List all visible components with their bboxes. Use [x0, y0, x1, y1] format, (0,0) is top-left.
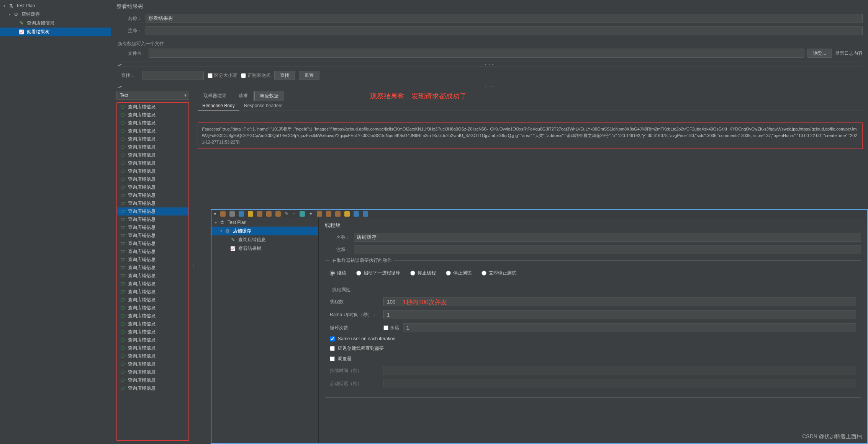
result-item[interactable]: 查询店铺信息	[117, 143, 188, 151]
tab-sampler-result[interactable]: 取样器结果	[198, 91, 232, 101]
radio-next-loop[interactable]: 启动下一进程循环	[356, 270, 400, 276]
result-item[interactable]: 查询店铺信息	[117, 183, 188, 191]
delay-create-checkbox[interactable]	[330, 346, 335, 351]
toolbar-icon[interactable]	[248, 211, 253, 217]
inner-tree-query-shop[interactable]: 查询店铺信息	[211, 235, 318, 244]
tab-response-data[interactable]: 响应数据	[254, 91, 284, 101]
result-item[interactable]: 查询店铺信息	[117, 119, 188, 127]
tree-toggle-icon[interactable]: ▾	[2, 4, 6, 8]
radio-stop-test[interactable]: 停止测试	[446, 270, 472, 276]
same-user-checkbox[interactable]	[330, 336, 335, 341]
inner-tree-shop-cache[interactable]: ▾ 店铺缓存	[211, 227, 318, 235]
result-item[interactable]: 查询店铺信息	[117, 191, 188, 199]
toolbar-icon[interactable]	[344, 211, 350, 217]
result-item[interactable]: 查询店铺信息	[117, 232, 188, 240]
radio-continue[interactable]: 继续	[330, 270, 346, 276]
result-item[interactable]: 查询店铺信息	[117, 215, 188, 224]
loop-input[interactable]	[403, 323, 856, 332]
toolbar-pencil-icon[interactable]: ✎	[285, 211, 289, 217]
result-item[interactable]: 查询店铺信息	[117, 304, 188, 312]
regex-checkbox[interactable]: 正则表达式	[241, 72, 270, 79]
result-item[interactable]: 查询店铺信息	[117, 296, 188, 304]
subtab-response-headers[interactable]: Response headers	[239, 101, 287, 111]
radio-stop-now[interactable]: 立即停止测试	[481, 270, 516, 276]
search-input[interactable]	[142, 71, 204, 80]
result-item[interactable]: 查询店铺信息	[117, 240, 188, 248]
inner-tree-test-plan[interactable]: ▾ Test Plan	[211, 218, 318, 227]
scheduler-checkbox[interactable]	[330, 356, 335, 361]
result-item[interactable]: 查询店铺信息	[117, 384, 188, 392]
result-item[interactable]: 查询店铺信息	[117, 167, 188, 175]
toolbar-icon[interactable]	[300, 211, 305, 217]
inner-tree-view-results[interactable]: 察看结果树	[211, 244, 318, 253]
browse-button[interactable]: 浏览...	[807, 49, 832, 58]
thread-count-input[interactable]	[383, 297, 856, 306]
result-item[interactable]: 查询店铺信息	[117, 312, 188, 320]
result-item[interactable]: 查询店铺信息	[117, 336, 188, 344]
renderer-dropdown[interactable]: Text	[116, 91, 189, 100]
collapse-bar[interactable]: ▴▾ • • •	[116, 62, 863, 67]
result-item[interactable]: 查询店铺信息	[117, 256, 188, 264]
result-item[interactable]: 查询店铺信息	[117, 376, 188, 384]
reset-button[interactable]: 重置	[299, 71, 319, 80]
result-item[interactable]: 查询店铺信息	[117, 272, 188, 280]
case-sensitive-checkbox[interactable]: 区分大小写	[208, 72, 237, 79]
result-item[interactable]: 查询店铺信息	[117, 320, 188, 328]
toolbar-icon[interactable]	[220, 211, 226, 217]
radio-stop-thread[interactable]: 停止线程	[410, 270, 436, 276]
toolbar-icon[interactable]	[257, 211, 262, 217]
result-item[interactable]: 查询店铺信息	[117, 103, 188, 111]
toolbar-icon[interactable]	[354, 211, 359, 217]
tree-test-plan[interactable]: ▾ Test Plan	[0, 2, 111, 10]
toolbar-icon[interactable]	[229, 211, 235, 217]
tree-query-shop[interactable]: 查询店铺信息	[0, 19, 111, 28]
result-item[interactable]: 查询店铺信息	[117, 151, 188, 159]
comment-input[interactable]	[146, 26, 863, 35]
result-item[interactable]: 查询店铺信息	[117, 111, 188, 119]
result-item[interactable]: 查询店铺信息	[117, 344, 188, 352]
ramp-input[interactable]	[383, 310, 856, 319]
result-item[interactable]: 查询店铺信息	[117, 264, 188, 272]
toolbar-minus-icon[interactable]: −	[293, 211, 296, 217]
search-button[interactable]: 查找	[274, 71, 295, 80]
name-input[interactable]	[146, 14, 863, 23]
result-item[interactable]: 查询店铺信息	[117, 127, 188, 135]
toolbar-icon[interactable]	[326, 211, 331, 217]
file-input[interactable]	[149, 49, 804, 58]
response-body[interactable]: {"success":true,"data":{"id":1,"name":"1…	[198, 122, 863, 149]
tree-toggle-icon[interactable]: ▾	[8, 13, 11, 16]
subtab-response-body[interactable]: Response Body	[198, 101, 239, 111]
toolbar-icon[interactable]	[363, 211, 368, 217]
toolbar-icon[interactable]	[317, 211, 322, 217]
result-item[interactable]: 查询店铺信息	[117, 159, 188, 167]
result-item[interactable]: 查询店铺信息	[117, 360, 188, 368]
tab-request[interactable]: 请求	[233, 91, 254, 101]
result-item[interactable]: 查询店铺信息	[117, 207, 188, 215]
toolbar-icon[interactable]	[335, 211, 341, 217]
inner-name-input[interactable]	[354, 233, 861, 242]
result-item[interactable]: 查询店铺信息	[117, 328, 188, 336]
toolbar-dropdown-icon[interactable]: ▾	[214, 211, 216, 217]
result-item[interactable]: 查询店铺信息	[117, 248, 188, 256]
tree-shop-cache[interactable]: ▾ 店铺缓存	[0, 10, 111, 19]
splitter-handle[interactable]: ⋮	[192, 91, 195, 441]
toolbar-icon[interactable]	[266, 211, 272, 217]
result-item[interactable]: 查询店铺信息	[117, 280, 188, 288]
tree-view-results[interactable]: 察看结果树	[0, 28, 111, 36]
result-item[interactable]: 查询店铺信息	[117, 135, 188, 143]
toolbar-icon[interactable]	[239, 211, 244, 217]
result-item[interactable]: 查询店铺信息	[117, 224, 188, 232]
inner-comment-input[interactable]	[354, 245, 861, 254]
forever-checkbox[interactable]: 永远	[383, 325, 399, 331]
tree-toggle-icon[interactable]: ▾	[219, 229, 223, 233]
result-item[interactable]: 查询店铺信息	[117, 352, 188, 360]
result-item[interactable]: 查询店铺信息	[117, 288, 188, 296]
collapse-bar-2[interactable]: ▴▾ • • •	[116, 84, 863, 89]
result-item[interactable]: 查询店铺信息	[117, 199, 188, 207]
toolbar-wand-icon[interactable]: ✦	[309, 211, 313, 217]
toolbar-icon[interactable]	[275, 211, 281, 217]
tree-toggle-icon[interactable]: ▾	[214, 220, 218, 224]
result-item[interactable]: 查询店铺信息	[117, 368, 188, 376]
results-list[interactable]: 查询店铺信息查询店铺信息查询店铺信息查询店铺信息查询店铺信息查询店铺信息查询店铺…	[116, 102, 189, 441]
result-item[interactable]: 查询店铺信息	[117, 175, 188, 183]
